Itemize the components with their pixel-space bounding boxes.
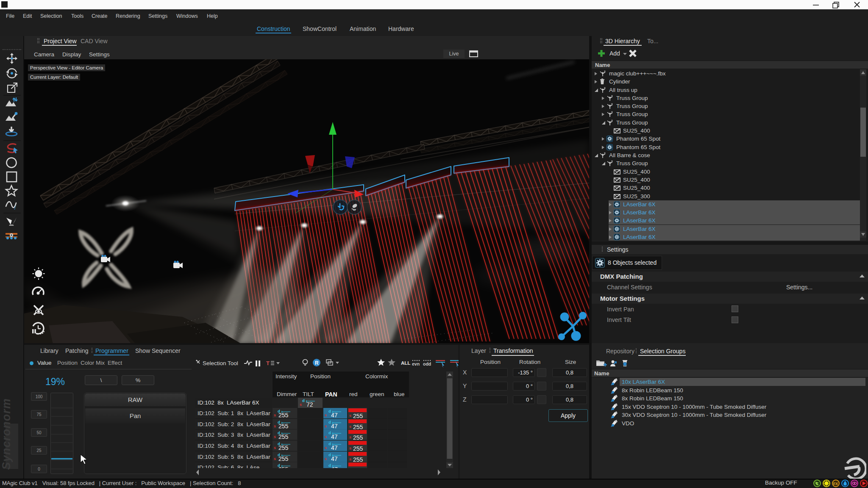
svg-text:evn: evn [412, 361, 420, 366]
svg-text:FX: FX [833, 482, 838, 486]
svg-text:R: R [315, 360, 319, 366]
svg-text:d: d [302, 398, 305, 402]
svg-text:f: f [14, 205, 17, 210]
svg-text:T: T [266, 360, 270, 366]
svg-text:Add: Add [609, 50, 620, 57]
svg-text:odd: odd [423, 361, 431, 366]
svg-text:Selection Tool: Selection Tool [203, 360, 238, 366]
svg-text:ALL: ALL [401, 360, 410, 366]
